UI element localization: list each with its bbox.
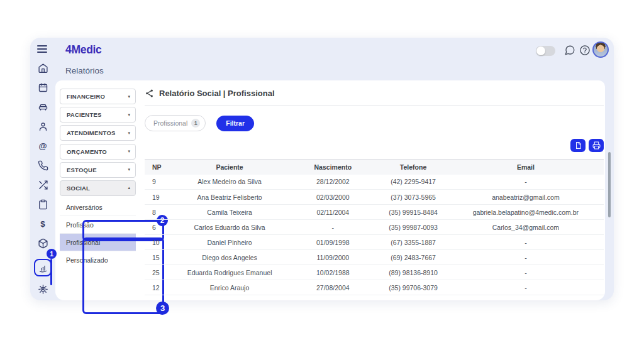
table-cell: (35) 99706-3079 [379, 280, 448, 295]
table-cell: (35) 99915-8484 [379, 205, 448, 220]
table-cell: (35) 99987-0093 [379, 220, 448, 235]
menu-category-label: SOCIAL [67, 185, 90, 192]
annotation-stem-line [50, 259, 52, 285]
theme-toggle[interactable] [536, 46, 555, 56]
submenu-item-aniversários[interactable]: Aniversários [60, 199, 136, 216]
app-logo: 4Medic [65, 43, 102, 57]
social-submenu: AniversáriosProfissãoProfissionalPersona… [60, 199, 136, 269]
menu-category-atendimentos[interactable]: ATENDIMENTOS▾ [60, 125, 136, 141]
menu-category-orçamento[interactable]: ORÇAMENTO▾ [60, 144, 136, 160]
couch-icon[interactable] [38, 102, 48, 112]
table-cell: Eduarda Rodrigues Emanuel [172, 265, 287, 280]
menu-category-financeiro[interactable]: FINANCEIRO▾ [60, 89, 136, 104]
table-cell: (89) 98136-8910 [379, 265, 448, 280]
menu-category-label: ATENDIMENTOS [67, 129, 116, 136]
menu-category-label: FINANCEIRO [67, 93, 105, 100]
package-icon[interactable] [38, 238, 48, 249]
table-cell: 02/11/2004 [287, 205, 379, 220]
chat-bubble-icon[interactable] [564, 45, 575, 56]
table-cell: anabeatriz@gmail.com [448, 190, 604, 205]
reports-chart-icon [38, 263, 48, 273]
table-row: 10Daniel Pinheiro01/09/1998(67) 3355-188… [145, 235, 604, 250]
menu-category-label: ESTOQUE [67, 166, 97, 173]
table-cell: Diego dos Angeles [172, 250, 287, 265]
chevron-down-icon: ▾ [128, 131, 130, 136]
submenu-item-personalizado[interactable]: Personalizado [60, 251, 136, 269]
content-panel: FINANCEIRO▾PACIENTES▾ATENDIMENTOS▾ORÇAME… [55, 80, 605, 300]
table-cell: Ana Beatriz Felisberto [172, 190, 287, 205]
table-cell: (42) 2295-9417 [379, 175, 448, 190]
patient-icon[interactable] [38, 121, 48, 132]
hamburger-menu-icon[interactable] [37, 44, 48, 54]
column-header-telefone: Telefone [379, 160, 448, 175]
table-cell: - [448, 265, 604, 280]
submenu-item-profissão[interactable]: Profissão [60, 216, 136, 234]
chevron-down-icon: ▾ [128, 112, 130, 117]
table-cell: - [448, 235, 604, 250]
table-cell: 6 [145, 220, 172, 235]
table-cell: (67) 3355-1887 [379, 235, 448, 250]
file-icon [574, 141, 582, 150]
clipboard-icon[interactable] [38, 199, 48, 210]
phone-icon[interactable] [38, 160, 48, 171]
gear-icon[interactable] [38, 284, 48, 295]
table-row: 9Alex Medeiro da Silva28/12/2002(42) 229… [145, 175, 604, 190]
table-cell: gabriela.belapatino@4medic.com.br [448, 205, 604, 220]
shuffle-icon[interactable] [38, 180, 48, 190]
reports-icon-highlight[interactable] [34, 259, 52, 276]
chevron-down-icon: ▾ [128, 167, 130, 172]
table-cell: (37) 3073-5965 [379, 190, 448, 205]
user-avatar[interactable] [592, 41, 609, 58]
table-cell: Daniel Pinheiro [172, 235, 287, 250]
menu-category-pacientes[interactable]: PACIENTES▾ [60, 107, 136, 123]
dollar-icon[interactable]: $ [38, 219, 48, 229]
table-cell: 25 [145, 265, 172, 280]
table-row: 8Camila Teixeira02/11/2004(35) 99915-848… [145, 205, 604, 220]
annotation-badge-1: 1 [47, 249, 57, 259]
table-cell: 19 [145, 190, 172, 205]
menu-category-estoque[interactable]: ESTOQUE▾ [60, 162, 136, 178]
table-row: 15Diego dos Angeles11/09/2000(69) 2483-7… [145, 250, 604, 265]
table-cell: Carlos Eduardo da Silva [172, 220, 287, 235]
toggle-knob [536, 46, 545, 55]
table-cell: 9 [145, 175, 172, 190]
printer-icon [592, 141, 601, 150]
table-cell: - [287, 220, 379, 235]
report-title: Relatório Social | Profissional [159, 89, 275, 98]
table-cell: 10/02/1988 [287, 265, 379, 280]
annotation-badge-3: 3 [156, 302, 169, 315]
table-cell: 02/03/2000 [287, 190, 379, 205]
menu-category-label: ORÇAMENTO [67, 148, 107, 155]
app-window: @ $ 4Medic Relatórios [30, 38, 614, 300]
chevron-down-icon: ▾ [128, 149, 130, 154]
calendar-icon[interactable] [38, 82, 48, 93]
table-cell: 28/12/2002 [287, 175, 379, 190]
chip-count-badge: 1 [191, 119, 200, 128]
menu-category-social[interactable]: SOCIAL▴ [60, 180, 136, 196]
table-cell: - [448, 250, 604, 265]
print-button[interactable] [589, 139, 604, 152]
share-icon [145, 89, 154, 98]
table-row: 12Enrico Araujo27/08/2004(35) 99706-3079… [145, 280, 604, 295]
vertical-scrollbar[interactable] [608, 152, 611, 217]
export-row [145, 139, 604, 152]
chevron-up-icon: ▴ [128, 185, 130, 190]
table-cell: 10 [145, 235, 172, 250]
table-cell: - [448, 280, 604, 295]
table-cell: 01/09/1998 [287, 235, 379, 250]
patients-table: NPPacienteNascimentoTelefoneEmail 9Alex … [145, 159, 604, 295]
table-row: 6Carlos Eduardo da Silva-(35) 99987-0093… [145, 220, 604, 235]
home-icon[interactable] [38, 63, 48, 74]
filter-button[interactable]: Filtrar [216, 116, 254, 131]
submenu-item-profissional[interactable]: Profissional [60, 234, 136, 251]
export-file-button[interactable] [570, 139, 586, 152]
table-cell: Enrico Araujo [172, 280, 287, 295]
chip-label: Profissional [153, 119, 187, 127]
help-icon[interactable] [579, 45, 591, 56]
column-header-np: NP [145, 160, 172, 175]
menu-categories: FINANCEIRO▾PACIENTES▾ATENDIMENTOS▾ORÇAME… [60, 89, 136, 196]
table-header-row: NPPacienteNascimentoTelefoneEmail [145, 160, 604, 175]
professional-filter-chip[interactable]: Profissional 1 [145, 115, 206, 131]
table-cell: 12 [145, 280, 172, 295]
at-sign-icon[interactable]: @ [38, 141, 48, 151]
